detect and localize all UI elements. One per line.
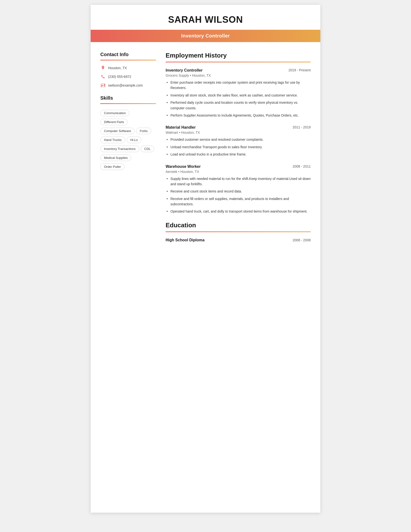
job-title: Warehouse Worker [166,164,201,169]
job-title: Inventory Controller [166,68,203,73]
skill-tag: Different Parts [100,119,128,125]
candidate-name: SARAH WILSON [91,5,320,30]
job-bullet: Perform Supplier Assessments to include … [166,113,311,118]
job-bullet: Enter purchase order receipts into compu… [166,80,311,91]
job-bullet: Load and unload trucks in a productive t… [166,152,311,157]
edu-degree: High School Diploma [166,238,205,242]
skill-tag: Hi-Lo [127,137,141,143]
job-header: Material Handler2011 - 2019 [166,125,311,130]
employment-section: Employment History Inventory Controller2… [166,52,311,214]
contact-phone: (230) 555-6972 [100,74,156,79]
job-bullet: Supply lines with needed material to run… [166,176,311,187]
skill-tag: Hand Trucks [100,137,125,143]
job-block: Warehouse Worker2008 - 2011Aerotek • Hou… [166,164,311,214]
skill-tag: Communication [100,110,129,116]
job-bullet: Operated hand truck, cart, and dolly to … [166,209,311,214]
contact-location: Houston, TX [100,65,156,71]
education-section: Education High School Diploma2008 - 2008 [166,221,311,242]
job-block: Inventory Controller2019 - PresentGrocer… [166,68,311,118]
job-bullet: Unload merchandise Transport goods to sa… [166,144,311,150]
education-item: High School Diploma2008 - 2008 [166,238,311,242]
candidate-title: Inventory Controller [91,30,320,42]
contact-section: Contact Info Houston, TX [100,52,156,88]
education-items: High School Diploma2008 - 2008 [166,238,311,242]
job-bullet: Performed daily cycle counts and locatio… [166,100,311,111]
skill-tag: Forks [136,128,151,134]
job-bullet: Inventory all store stock, stock the sal… [166,93,311,98]
jobs-container: Inventory Controller2019 - PresentGrocer… [166,68,311,214]
skill-tag: Order Puller [100,163,124,170]
job-dates: 2011 - 2019 [292,125,311,129]
job-title: Material Handler [166,125,196,130]
location-icon [100,65,106,71]
skills-section: Skills CommunicationDifferent PartsCompu… [100,95,156,171]
email-icon [100,83,106,88]
contact-title: Contact Info [100,52,156,57]
job-dates: 2008 - 2011 [292,164,311,168]
skills-divider [100,103,156,104]
job-header: Warehouse Worker2008 - 2011 [166,164,311,169]
skill-tag: CDL [141,146,154,152]
job-dates: 2019 - Present [289,68,311,72]
contact-email: swilson@example.com [100,83,156,88]
body-layout: Contact Info Houston, TX [91,42,320,252]
skills-tags-container: CommunicationDifferent PartsComputer Sof… [100,109,156,171]
skill-tag: Inventory Transactions [100,146,139,152]
sidebar: Contact Info Houston, TX [100,52,156,242]
job-company: Aerotek • Houston, TX [166,170,311,174]
skill-tag: Medical Supplies [100,154,131,161]
main-content: Employment History Inventory Controller2… [166,52,311,242]
employment-title: Employment History [166,52,311,59]
education-divider [166,231,311,232]
contact-divider [100,60,156,60]
location-text: Houston, TX [108,66,127,70]
phone-icon [100,74,106,79]
job-bullet: Provided customer service and resolved c… [166,137,311,142]
skills-title: Skills [100,95,156,101]
job-block: Material Handler2011 - 2019Walmart • Hou… [166,125,311,157]
phone-text: (230) 555-6972 [108,75,131,79]
job-bullet: Receive and fill orders or sell supplies… [166,196,311,207]
email-text: swilson@example.com [108,83,143,87]
job-bullet: Receive and count stock items and record… [166,189,311,194]
edu-dates: 2008 - 2008 [292,238,311,242]
job-company: Walmart • Houston, TX [166,131,311,134]
resume-document: SARAH WILSON Inventory Controller Contac… [91,5,320,513]
employment-divider [166,62,311,62]
education-title: Education [166,221,311,229]
job-company: Grocers Supply • Houston, TX [166,74,311,77]
job-header: Inventory Controller2019 - Present [166,68,311,73]
skill-tag: Computer Software [100,128,135,134]
